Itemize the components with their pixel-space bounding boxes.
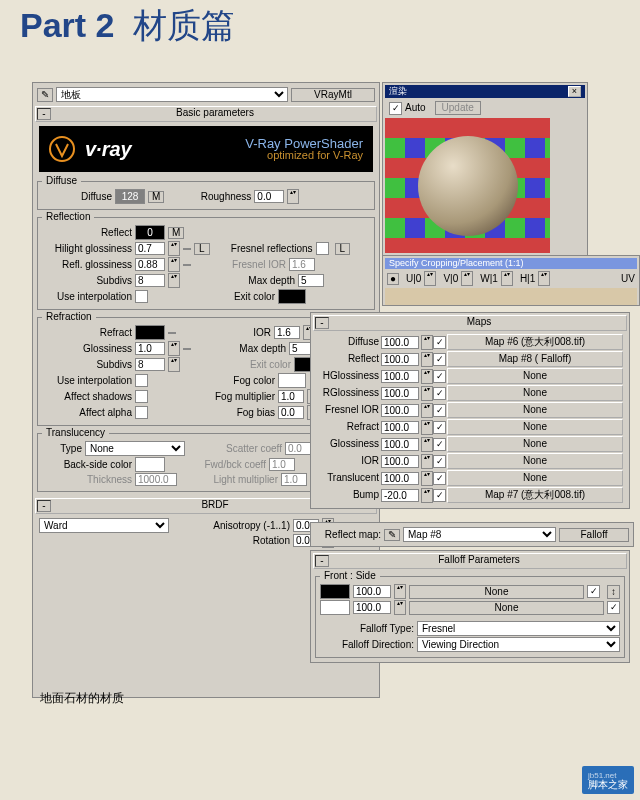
front-swatch[interactable]: [320, 584, 350, 599]
map-label: Glossiness: [317, 439, 379, 449]
refl-gloss-input[interactable]: [135, 258, 165, 271]
map-row: Translucent▴▾✓None: [317, 470, 623, 486]
map-amount-input[interactable]: [381, 370, 419, 383]
map-enable-checkbox[interactable]: ✓: [433, 421, 446, 434]
basic-params-header[interactable]: -Basic parameters: [35, 106, 377, 122]
map-enable-checkbox[interactable]: ✓: [433, 472, 446, 485]
map-enable-checkbox[interactable]: ✓: [433, 370, 446, 383]
map-slot-button[interactable]: None: [447, 368, 623, 384]
map-label: Translucent: [317, 473, 379, 483]
map-label: Refract: [317, 422, 379, 432]
preview-panel: 渲染× ✓AutoUpdate: [382, 82, 588, 256]
refl-exit-swatch[interactable]: [278, 289, 306, 304]
page-heading: Part 2材质篇: [20, 8, 640, 42]
spinner-icon[interactable]: ▴▾: [421, 437, 433, 452]
map-slot-button[interactable]: Map #7 (意大利008.tif): [447, 487, 623, 503]
spinner-icon[interactable]: ▴▾: [421, 420, 433, 435]
material-name-select[interactable]: 地板: [56, 87, 288, 102]
falloff-dir-select[interactable]: Viewing Direction: [417, 637, 620, 652]
diffuse-group: Diffuse Diffuse 128 M Roughness ▴▾: [37, 176, 375, 210]
spinner-icon[interactable]: ▴▾: [421, 335, 433, 350]
cropping-panel: Specify Cropping/Placement (1:1) ●U|0▴▾V…: [382, 255, 640, 306]
reflect-map-button[interactable]: M: [168, 227, 184, 239]
material-type-button[interactable]: VRayMtl: [291, 88, 375, 102]
cropping-title: Specify Cropping/Placement (1:1): [389, 259, 524, 268]
map-amount-input[interactable]: [381, 336, 419, 349]
spinner-icon[interactable]: ▴▾: [421, 488, 433, 503]
refl-subdivs-input[interactable]: [135, 274, 165, 287]
refract-swatch[interactable]: [135, 325, 165, 340]
map-enable-checkbox[interactable]: ✓: [433, 438, 446, 451]
vray-banner: v·ray V-Ray PowerShader optimized for V-…: [39, 126, 373, 172]
spinner-icon[interactable]: ▴▾: [421, 369, 433, 384]
refr-gloss-input[interactable]: [135, 342, 165, 355]
map-row: Fresnel IOR▴▾✓None: [317, 402, 623, 418]
ior-input[interactable]: [274, 326, 300, 339]
map-row: RGlossiness▴▾✓None: [317, 385, 623, 401]
map-label: HGlossiness: [317, 371, 379, 381]
spinner-icon[interactable]: ▴▾: [421, 403, 433, 418]
map-label: Diffuse: [317, 337, 379, 347]
map-slot-button[interactable]: None: [447, 453, 623, 469]
spinner-icon[interactable]: ▴▾: [421, 454, 433, 469]
side-map-button[interactable]: None: [409, 601, 604, 615]
map-amount-input[interactable]: [381, 455, 419, 468]
map-enable-checkbox[interactable]: ✓: [433, 387, 446, 400]
maps-header[interactable]: -Maps: [313, 315, 627, 331]
map-amount-input[interactable]: [381, 472, 419, 485]
map-row: Refract▴▾✓None: [317, 419, 623, 435]
diffuse-swatch[interactable]: 128: [115, 189, 145, 204]
side-swatch[interactable]: [320, 600, 350, 615]
map-amount-input[interactable]: [381, 404, 419, 417]
map-enable-checkbox[interactable]: ✓: [433, 489, 446, 502]
map-enable-checkbox[interactable]: ✓: [433, 336, 446, 349]
map-amount-input[interactable]: [381, 353, 419, 366]
close-icon[interactable]: ×: [568, 86, 581, 97]
front-map-button[interactable]: None: [409, 585, 584, 599]
preview-title: 渲染: [389, 87, 407, 96]
map-label: Bump: [317, 490, 379, 500]
brdf-type-select[interactable]: Ward: [39, 518, 169, 533]
maps-panel: -Maps Diffuse▴▾✓Map #6 (意大利008.tif)Refle…: [310, 312, 630, 509]
fog-swatch[interactable]: [278, 373, 306, 388]
refl-maxdepth-input[interactable]: [298, 274, 324, 287]
map-label: IOR: [317, 456, 379, 466]
hilight-lock[interactable]: L: [194, 243, 210, 255]
falloff-type-button[interactable]: Falloff: [559, 528, 629, 542]
map-amount-input[interactable]: [381, 387, 419, 400]
falloff-type-select[interactable]: Fresnel: [417, 621, 620, 636]
falloff-header[interactable]: -Falloff Parameters: [313, 553, 627, 569]
spinner-icon[interactable]: ▴▾: [421, 352, 433, 367]
hilight-gloss-input[interactable]: [135, 242, 165, 255]
spinner-icon[interactable]: ▴▾: [421, 471, 433, 486]
transl-type-select[interactable]: None: [85, 441, 185, 456]
map-slot-button[interactable]: None: [447, 402, 623, 418]
map-row: Reflect▴▾✓Map #8 ( Falloff): [317, 351, 623, 367]
fresnel-checkbox[interactable]: [316, 242, 329, 255]
pick-icon[interactable]: ✎: [384, 529, 400, 541]
falloff-panel: -Falloff Parameters Front : Side ▴▾None✓…: [310, 550, 630, 663]
map-amount-input[interactable]: [381, 489, 419, 502]
spinner-icon[interactable]: ▴▾: [421, 386, 433, 401]
map-slot-button[interactable]: Map #8 ( Falloff): [447, 351, 623, 367]
swap-icon[interactable]: ↕: [607, 585, 620, 599]
map-slot-button[interactable]: None: [447, 419, 623, 435]
texture-preview: [385, 288, 637, 306]
map-row: Glossiness▴▾✓None: [317, 436, 623, 452]
map-slot-button[interactable]: None: [447, 470, 623, 486]
map-slot-button[interactable]: None: [447, 385, 623, 401]
map-amount-input[interactable]: [381, 421, 419, 434]
map-amount-input[interactable]: [381, 438, 419, 451]
roughness-input[interactable]: [254, 190, 284, 203]
spinner-icon[interactable]: ▴▾: [287, 189, 299, 204]
map-slot-button[interactable]: None: [447, 436, 623, 452]
map-slot-button[interactable]: Map #6 (意大利008.tif): [447, 334, 623, 350]
map-enable-checkbox[interactable]: ✓: [433, 353, 446, 366]
map-enable-checkbox[interactable]: ✓: [433, 455, 446, 468]
diffuse-map-button[interactable]: M: [148, 191, 164, 203]
tool-icon[interactable]: ✎: [37, 88, 53, 102]
reflect-map-select[interactable]: Map #8: [403, 527, 556, 542]
refl-interp-checkbox[interactable]: [135, 290, 148, 303]
map-enable-checkbox[interactable]: ✓: [433, 404, 446, 417]
reflect-swatch[interactable]: 0: [135, 225, 165, 240]
